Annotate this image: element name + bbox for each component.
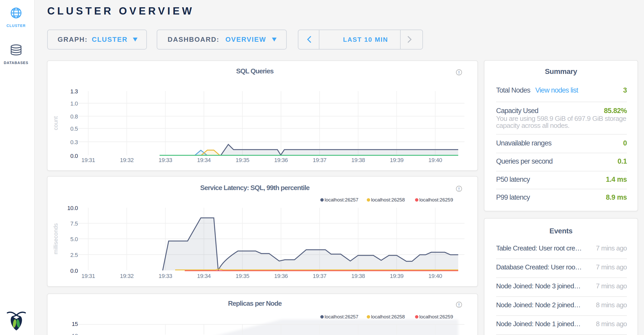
svg-text:19:32: 19:32 xyxy=(120,157,134,163)
svg-text:0.8: 0.8 xyxy=(70,113,78,120)
svg-text:19:32: 19:32 xyxy=(120,273,134,279)
svg-text:19:35: 19:35 xyxy=(236,273,249,279)
svg-text:localhost:26258: localhost:26258 xyxy=(371,314,405,319)
svg-text:milliseconds: milliseconds xyxy=(52,223,59,254)
svg-text:19:39: 19:39 xyxy=(390,157,404,163)
svg-text:localhost:26257: localhost:26257 xyxy=(325,197,358,203)
svg-text:19:36: 19:36 xyxy=(274,157,288,163)
svg-text:count: count xyxy=(52,116,59,130)
svg-text:LAST 10 MIN: LAST 10 MIN xyxy=(343,36,388,43)
svg-text:19:31: 19:31 xyxy=(81,273,95,279)
svg-text:1.0: 1.0 xyxy=(70,100,78,107)
svg-text:19:31: 19:31 xyxy=(81,157,95,163)
svg-text:5.0: 5.0 xyxy=(70,236,78,242)
svg-text:19:34: 19:34 xyxy=(197,273,211,279)
svg-text:Service Latency: SQL, 99th per: Service Latency: SQL, 99th percentile xyxy=(200,184,310,192)
svg-text:19:39: 19:39 xyxy=(390,273,404,279)
svg-text:10: 10 xyxy=(72,333,78,335)
svg-text:19:40: 19:40 xyxy=(428,157,442,163)
svg-text:1.3: 1.3 xyxy=(70,88,78,95)
svg-text:localhost:26259: localhost:26259 xyxy=(419,314,453,319)
svg-text:19:38: 19:38 xyxy=(351,157,365,163)
svg-text:19:35: 19:35 xyxy=(236,157,249,163)
svg-text:localhost:26259: localhost:26259 xyxy=(419,197,453,203)
svg-text:2.5: 2.5 xyxy=(70,252,78,258)
svg-text:SQL Queries: SQL Queries xyxy=(236,67,274,75)
svg-text:10.0: 10.0 xyxy=(67,205,78,211)
svg-text:19:37: 19:37 xyxy=(313,273,326,279)
svg-text:19:40: 19:40 xyxy=(428,273,442,279)
svg-text:localhost:26257: localhost:26257 xyxy=(325,314,358,319)
svg-text:0.0: 0.0 xyxy=(70,153,78,159)
svg-text:0.0: 0.0 xyxy=(70,268,78,274)
svg-text:0.3: 0.3 xyxy=(70,139,78,145)
svg-text:19:34: 19:34 xyxy=(197,157,211,163)
svg-text:15: 15 xyxy=(72,321,78,327)
svg-text:19:38: 19:38 xyxy=(351,273,365,279)
svg-text:19:33: 19:33 xyxy=(159,157,172,163)
svg-text:19:36: 19:36 xyxy=(274,273,288,279)
svg-text:19:33: 19:33 xyxy=(159,273,172,279)
svg-text:19:37: 19:37 xyxy=(313,157,326,163)
svg-text:0.5: 0.5 xyxy=(70,125,78,132)
svg-text:7.5: 7.5 xyxy=(70,220,78,227)
svg-text:localhost:26258: localhost:26258 xyxy=(371,197,405,203)
svg-text:Replicas per Node: Replicas per Node xyxy=(228,299,282,307)
